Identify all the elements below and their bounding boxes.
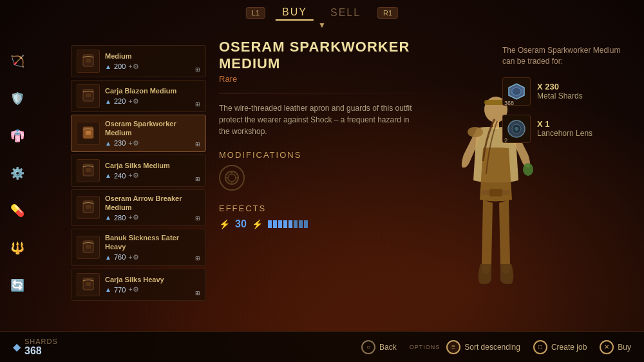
trade-title: The Oseram Sparkworker Medium can be tra… <box>502 45 631 67</box>
svg-rect-5 <box>86 131 91 135</box>
top-navigation: L1 BUY SELL R1 ▼ <box>246 5 398 21</box>
shard-icon: ▲ <box>105 172 111 179</box>
list-item[interactable]: Oseram Sparkworker Medium▲230+⚙⊞ <box>71 115 206 152</box>
buy-icon: ✕ <box>600 340 614 354</box>
item-name: Carja Silks Medium <box>105 161 190 170</box>
shards-amount: 368 <box>24 345 58 357</box>
price-number: 770 <box>114 286 126 294</box>
sort-icon: ≡ <box>446 340 460 354</box>
detail-panel: OSERAM SPARKWORKER MEDIUM Rare The wire-… <box>219 39 451 230</box>
svg-point-24 <box>515 127 518 131</box>
item-price: ▲220+⚙ <box>105 97 190 106</box>
special-icon[interactable]: 🔱 <box>8 238 27 258</box>
trade-qty: X 230 <box>537 82 631 91</box>
shard-icon: ▲ <box>105 140 111 147</box>
buy-tab[interactable]: BUY <box>276 5 314 21</box>
armor-icon[interactable]: 🛡️ <box>8 89 27 108</box>
plus-icon: +⚙ <box>128 97 138 106</box>
trade-name: Lancehorn Lens <box>537 129 631 138</box>
svg-rect-13 <box>86 282 91 286</box>
create-job-label: Create job <box>551 343 587 352</box>
trade-item-stock: 2 <box>504 137 507 144</box>
bar-seg-5 <box>289 220 292 228</box>
bow-icon[interactable]: 🏹 <box>8 52 27 71</box>
effect-value: 30 <box>235 218 247 230</box>
plus-icon: +⚙ <box>128 285 138 294</box>
bar-seg-8 <box>304 220 308 228</box>
trade-items: 368X 230Metal Shards2X 1Lancehorn Lens <box>502 77 631 143</box>
buy-button[interactable]: ✕ Buy <box>600 340 631 354</box>
item-badge: ⊞ <box>195 66 200 73</box>
back-label: Back <box>379 343 397 352</box>
gear-icon[interactable]: ⚙️ <box>8 164 27 183</box>
item-price: ▲200+⚙ <box>105 62 190 71</box>
shard-icon: ▲ <box>105 254 111 261</box>
item-info: Oseram Arrow Breaker Medium▲280+⚙ <box>105 194 190 222</box>
list-item[interactable]: Carja Blazon Medium▲220+⚙⊞ <box>71 80 206 112</box>
list-item[interactable]: Oseram Arrow Breaker Medium▲280+⚙⊞ <box>71 189 206 227</box>
item-info: Carja Silks Medium▲240+⚙ <box>105 161 190 180</box>
item-name: Oseram Arrow Breaker Medium <box>105 194 190 213</box>
trade-item-info: X 1Lancehorn Lens <box>537 119 631 138</box>
item-title: OSERAM SPARKWORKER MEDIUM <box>219 39 451 73</box>
list-item[interactable]: Banuk Sickness Eater Heavy▲760+⚙⊞ <box>71 229 206 266</box>
item-price: ▲760+⚙ <box>105 253 190 262</box>
item-info: Banuk Sickness Eater Heavy▲760+⚙ <box>105 233 190 262</box>
item-name: Oseram Sparkworker Medium <box>105 119 190 138</box>
list-item[interactable]: Carja Silks Heavy▲770+⚙⊞ <box>71 269 206 301</box>
list-item[interactable]: Medium▲200+⚙⊞ <box>71 45 206 77</box>
svg-rect-7 <box>86 168 91 172</box>
item-list: Medium▲200+⚙⊞Carja Blazon Medium▲220+⚙⊞O… <box>71 45 206 303</box>
effect-bar <box>268 220 308 228</box>
modifications-label: MODIFICATIONS <box>219 150 451 160</box>
item-icon <box>77 273 100 296</box>
price-number: 230 <box>114 139 126 147</box>
item-badge: ⊞ <box>195 255 200 262</box>
shard-icon: ▲ <box>105 286 111 293</box>
trade-panel: The Oseram Sparkworker Medium can be tra… <box>502 45 631 152</box>
modification-slot[interactable] <box>219 165 245 191</box>
svg-rect-11 <box>86 245 91 249</box>
back-button[interactable]: ○ Back <box>361 340 397 354</box>
plus-icon: +⚙ <box>128 213 138 222</box>
misc-icon[interactable]: 🔄 <box>8 276 27 295</box>
r1-button[interactable]: R1 <box>377 7 398 19</box>
trade-qty: X 1 <box>537 119 631 129</box>
nav-arrow-icon: ▼ <box>318 21 326 30</box>
list-item[interactable]: Carja Silks Medium▲240+⚙⊞ <box>71 155 206 187</box>
shards-shard-icon: ◆ <box>13 341 21 353</box>
shard-icon: ▲ <box>105 63 111 70</box>
create-job-button[interactable]: □ Create job <box>533 340 587 354</box>
item-name: Medium <box>105 52 190 61</box>
bottom-actions: ○ Back OPTIONS ≡ Sort descending □ Creat… <box>361 340 631 354</box>
mod-slot-icon <box>224 170 240 186</box>
create-job-icon: □ <box>533 340 547 354</box>
trade-item-stock: 368 <box>504 100 514 106</box>
price-number: 240 <box>114 172 126 180</box>
item-info: Carja Silks Heavy▲770+⚙ <box>105 275 190 294</box>
plus-icon: +⚙ <box>128 171 138 180</box>
svg-rect-9 <box>86 205 91 209</box>
item-icon <box>77 122 100 145</box>
item-badge: ⊞ <box>195 215 200 222</box>
plus-icon: +⚙ <box>128 62 138 71</box>
price-number: 200 <box>114 62 126 70</box>
back-icon: ○ <box>361 340 375 354</box>
item-icon <box>77 84 100 108</box>
buy-label: Buy <box>618 343 631 352</box>
trade-item-info: X 230Metal Shards <box>537 82 631 100</box>
bar-seg-6 <box>294 220 298 228</box>
outfit-icon[interactable]: 👘 <box>8 126 27 146</box>
item-icon <box>77 236 100 259</box>
item-icon <box>77 196 100 219</box>
price-number: 760 <box>114 253 126 261</box>
item-badge: ⊞ <box>195 141 200 148</box>
svg-point-31 <box>468 127 483 137</box>
pouch-icon[interactable]: 💊 <box>8 201 27 220</box>
sort-label: Sort descending <box>464 343 520 352</box>
item-price: ▲770+⚙ <box>105 285 190 294</box>
sort-button[interactable]: ≡ Sort descending <box>446 340 520 354</box>
sell-tab[interactable]: SELL <box>324 6 367 20</box>
trade-item: 2X 1Lancehorn Lens <box>502 115 631 143</box>
l1-button[interactable]: L1 <box>246 7 265 19</box>
